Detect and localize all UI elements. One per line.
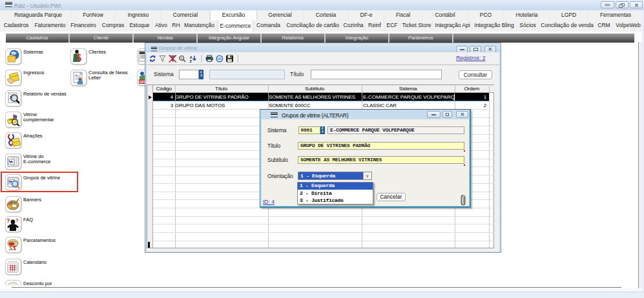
svg-text:Z: Z xyxy=(190,59,192,63)
svg-text:A: A xyxy=(74,73,78,78)
svg-text:IA: IA xyxy=(218,57,222,61)
svg-text:?: ? xyxy=(6,217,10,224)
svg-text:5X: 5X xyxy=(9,244,17,252)
svg-text:?: ? xyxy=(16,217,19,223)
svg-text:n: n xyxy=(180,56,182,60)
svg-text:$: $ xyxy=(76,52,82,64)
